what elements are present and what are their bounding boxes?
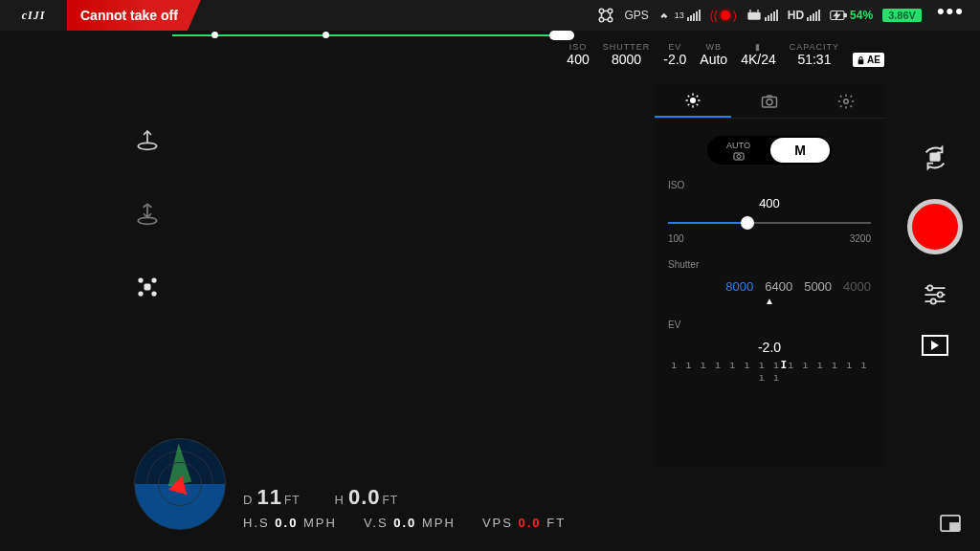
exposure-mode-toggle[interactable]: AUTO M <box>707 136 832 165</box>
top-status-bar: cIJI Cannot take off GPS 13 (() HD 54% 3… <box>0 0 980 31</box>
playback-button[interactable] <box>922 335 948 356</box>
flight-mode-icon[interactable] <box>597 7 614 24</box>
camera-settings-panel: AUTO M ISO 400 1003200 Shutter 8000 6400… <box>655 84 884 467</box>
svg-point-23 <box>767 99 772 104</box>
svg-point-2 <box>600 17 605 22</box>
rc-signal[interactable] <box>746 10 778 21</box>
svg-rect-5 <box>749 10 750 12</box>
gps-status[interactable]: GPS <box>624 9 648 22</box>
return-home-button[interactable] <box>134 199 161 226</box>
camera-switch-button[interactable] <box>921 143 949 172</box>
signal-bars-icon <box>807 10 820 21</box>
svg-point-12 <box>138 277 143 282</box>
svg-point-26 <box>737 154 741 158</box>
camera-info-bar[interactable]: ISO400 SHUTTER8000 EV-2.0 WBAuto ▮4K/24 … <box>567 42 884 67</box>
record-indicator: (() <box>710 9 737 22</box>
map-toggle-button[interactable] <box>940 515 961 532</box>
svg-rect-8 <box>844 14 846 17</box>
battery-voltage: 3.86V <box>882 9 922 22</box>
ev-section-label: EV <box>655 314 884 332</box>
svg-rect-6 <box>757 10 758 12</box>
ev-scale-ticks: ı ı ı ı ı ı ı ıIı ı ı ı ı ı ı ı <box>668 359 871 384</box>
camera-settings-button[interactable] <box>922 281 948 308</box>
manual-mode-selected: M <box>770 138 830 163</box>
shutter-section-label: Shutter <box>655 253 884 272</box>
svg-point-20 <box>931 298 936 303</box>
shutter-picker[interactable]: 8000 6400 5000 4000 ▲ <box>655 272 884 314</box>
takeoff-button[interactable] <box>134 124 161 151</box>
dji-logo: cIJI <box>0 9 67 23</box>
svg-rect-17 <box>930 153 939 161</box>
battery-status[interactable]: 54% <box>830 9 873 22</box>
general-settings-button[interactable]: ••• <box>937 11 965 19</box>
satellite-count[interactable]: 13 <box>658 9 701 22</box>
svg-point-13 <box>151 277 156 282</box>
tab-settings[interactable] <box>808 84 884 118</box>
svg-point-24 <box>844 99 849 103</box>
svg-rect-9 <box>858 59 864 64</box>
iso-section-label: ISO <box>655 174 884 192</box>
svg-point-3 <box>609 17 613 22</box>
iso-value: 400 <box>668 196 871 210</box>
svg-point-1 <box>609 9 613 13</box>
telemetry-readout: D11FT H0.0FT H.S 0.0 MPH V.S 0.0 MPH VPS… <box>243 485 865 530</box>
signal-bars-icon <box>765 10 778 21</box>
signal-bars-icon <box>687 10 701 21</box>
intelligent-flight-button[interactable] <box>134 274 161 300</box>
svg-rect-4 <box>747 12 760 20</box>
svg-point-21 <box>690 98 696 103</box>
svg-rect-28 <box>950 523 959 530</box>
format-icon: ▮ <box>741 42 776 52</box>
hd-signal[interactable]: HD <box>788 9 820 22</box>
shutter-button[interactable] <box>907 199 963 254</box>
svg-point-15 <box>151 291 156 296</box>
gps-label: GPS <box>624 9 648 22</box>
battery-timeline <box>172 31 568 40</box>
svg-point-19 <box>938 292 943 297</box>
ev-slider[interactable]: -2.0 ı ı ı ı ı ı ı ıIı ı ı ı ı ı ı ı <box>655 332 884 391</box>
flight-alert[interactable]: Cannot take off <box>67 0 201 31</box>
caret-up-icon: ▲ <box>668 296 871 306</box>
svg-point-18 <box>927 285 932 290</box>
iso-slider[interactable] <box>668 214 871 231</box>
tab-exposure[interactable] <box>655 84 731 118</box>
svg-rect-16 <box>145 284 151 291</box>
svg-point-10 <box>138 143 156 149</box>
tab-photo[interactable] <box>731 84 808 118</box>
attitude-indicator[interactable] <box>134 438 226 530</box>
svg-point-14 <box>138 291 143 296</box>
svg-point-0 <box>600 9 605 13</box>
ae-lock-button[interactable]: AE <box>853 53 884 67</box>
